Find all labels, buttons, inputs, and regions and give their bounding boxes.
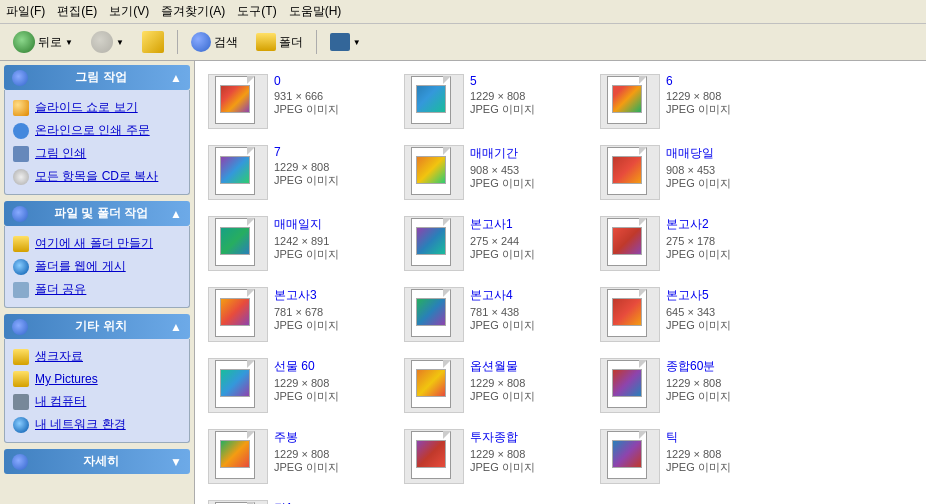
menu-favorites[interactable]: 즐겨찾기(A) [161, 3, 225, 20]
sidebar-item-print[interactable]: 그림 인쇄 [9, 142, 185, 165]
print-online-icon [13, 123, 29, 139]
sidebar-item-my-computer[interactable]: 내 컴퓨터 [9, 390, 185, 413]
view-dropdown-arrow: ▼ [353, 38, 361, 47]
details-label: 자세히 [83, 453, 119, 470]
sidebar-item-my-network[interactable]: 내 네트워크 환경 [9, 413, 185, 436]
file-item[interactable]: 본고사4781 × 438JPEG 이미지 [399, 282, 589, 347]
forward-icon [91, 31, 113, 53]
search-button[interactable]: 검색 [184, 29, 245, 55]
file-name: 본고사4 [470, 287, 584, 304]
sidebar-item-print-online[interactable]: 온라인으로 인쇄 주문 [9, 119, 185, 142]
toolbar: 뒤로 ▼ ▼ 검색 폴더 ▼ [0, 24, 926, 61]
forward-button[interactable]: ▼ [84, 28, 131, 56]
file-name: 종합60분 [666, 358, 780, 375]
file-folder-tasks-header[interactable]: 파일 및 폴더 작업 ▲ [4, 201, 190, 226]
file-thumbnail [600, 216, 660, 271]
file-meta: 275 × 244JPEG 이미지 [470, 235, 584, 262]
file-info: 매매기간908 × 453JPEG 이미지 [470, 145, 584, 191]
share-folder-icon [13, 282, 29, 298]
sidebar-item-slideshow[interactable]: 슬라이드 쇼로 보기 [9, 96, 185, 119]
sidebar-item-publish-web[interactable]: 폴더를 웹에 게시 [9, 255, 185, 278]
my-pictures-label: My Pictures [35, 372, 98, 386]
folder-button[interactable]: 폴더 [249, 30, 310, 54]
sidebar-item-copy-cd[interactable]: 모든 항목을 CD로 복사 [9, 165, 185, 188]
menu-edit[interactable]: 편집(E) [57, 3, 97, 20]
file-thumbnail [208, 216, 268, 271]
file-thumbnail [404, 287, 464, 342]
file-item[interactable]: 본고사3781 × 678JPEG 이미지 [203, 282, 393, 347]
sidebar-item-new-folder[interactable]: 여기에 새 폴더 만들기 [9, 232, 185, 255]
view-button[interactable]: ▼ [323, 30, 368, 54]
sidebar-item-share-folder[interactable]: 폴더 공유 [9, 278, 185, 301]
file-item[interactable]: 종합60분1229 × 808JPEG 이미지 [595, 353, 785, 418]
other-places-section: 기타 위치 ▲ 생크자료 My Pictures 내 컴퓨터 [4, 314, 190, 443]
menu-help[interactable]: 도움말(H) [289, 3, 342, 20]
file-thumbnail [404, 216, 464, 271]
file-meta: 1229 × 808JPEG 이미지 [274, 161, 388, 188]
file-info: 본고사3781 × 678JPEG 이미지 [274, 287, 388, 333]
file-item[interactable]: 51229 × 808JPEG 이미지 [399, 69, 589, 134]
file-item[interactable]: 매매일지1242 × 891JPEG 이미지 [203, 211, 393, 276]
view-icon [330, 33, 350, 51]
file-meta: 1229 × 808JPEG 이미지 [470, 377, 584, 404]
new-folder-icon [13, 236, 29, 252]
folder-label: 폴더 [279, 34, 303, 51]
menu-tools[interactable]: 도구(T) [237, 3, 276, 20]
search-label: 검색 [214, 34, 238, 51]
file-meta: 1229 × 808JPEG 이미지 [470, 90, 584, 117]
file-thumbnail [404, 429, 464, 484]
file-item[interactable]: 옵션월물1229 × 808JPEG 이미지 [399, 353, 589, 418]
file-name: 틱1 [274, 500, 388, 504]
file-item[interactable]: 본고사2275 × 178JPEG 이미지 [595, 211, 785, 276]
file-item[interactable]: 틱11229 × 808JPEG 이미지 [203, 495, 393, 504]
file-name: 본고사3 [274, 287, 388, 304]
sidebar-item-my-pictures[interactable]: My Pictures [9, 368, 185, 390]
menu-file[interactable]: 파일(F) [6, 3, 45, 20]
file-item[interactable]: 본고사1275 × 244JPEG 이미지 [399, 211, 589, 276]
file-info: 틱1229 × 808JPEG 이미지 [666, 429, 780, 475]
file-info: 선물 601229 × 808JPEG 이미지 [274, 358, 388, 404]
picture-tasks-header[interactable]: 그림 작업 ▲ [4, 65, 190, 90]
file-item[interactable]: 선물 601229 × 808JPEG 이미지 [203, 353, 393, 418]
slideshow-label: 슬라이드 쇼로 보기 [35, 99, 138, 116]
file-info: 매매당일908 × 453JPEG 이미지 [666, 145, 780, 191]
search-icon [191, 32, 211, 52]
other-places-label: 기타 위치 [75, 318, 126, 335]
file-folder-tasks-section: 파일 및 폴더 작업 ▲ 여기에 새 폴더 만들기 폴더를 웹에 게시 폴더 공… [4, 201, 190, 308]
file-item[interactable]: 71229 × 808JPEG 이미지 [203, 140, 393, 205]
file-name: 주봉 [274, 429, 388, 446]
menu-view[interactable]: 보기(V) [109, 3, 149, 20]
file-item[interactable]: 본고사5645 × 343JPEG 이미지 [595, 282, 785, 347]
other-places-header[interactable]: 기타 위치 ▲ [4, 314, 190, 339]
file-thumbnail [208, 145, 268, 200]
file-item[interactable]: 0931 × 666JPEG 이미지 [203, 69, 393, 134]
file-item[interactable]: 61229 × 808JPEG 이미지 [595, 69, 785, 134]
toolbar-separator-1 [177, 30, 178, 54]
file-thumbnail [208, 74, 268, 129]
picture-tasks-icon [12, 70, 28, 86]
file-meta: 908 × 453JPEG 이미지 [666, 164, 780, 191]
file-info: 본고사4781 × 438JPEG 이미지 [470, 287, 584, 333]
sidebar-item-link1[interactable]: 생크자료 [9, 345, 185, 368]
file-info: 51229 × 808JPEG 이미지 [470, 74, 584, 117]
file-thumbnail [600, 145, 660, 200]
file-item[interactable]: 틱1229 × 808JPEG 이미지 [595, 424, 785, 489]
file-name: 옵션월물 [470, 358, 584, 375]
up-button[interactable] [135, 28, 171, 56]
file-item[interactable]: 매매기간908 × 453JPEG 이미지 [399, 140, 589, 205]
file-info: 옵션월물1229 × 808JPEG 이미지 [470, 358, 584, 404]
print-icon [13, 146, 29, 162]
file-item[interactable]: 투자종합1229 × 808JPEG 이미지 [399, 424, 589, 489]
details-header[interactable]: 자세히 ▼ [4, 449, 190, 474]
file-name: 선물 60 [274, 358, 388, 375]
back-button[interactable]: 뒤로 ▼ [6, 28, 80, 56]
file-name: 매매당일 [666, 145, 780, 162]
print-label: 그림 인쇄 [35, 145, 86, 162]
file-meta: 1229 × 808JPEG 이미지 [666, 448, 780, 475]
file-meta: 1242 × 891JPEG 이미지 [274, 235, 388, 262]
file-item[interactable]: 주봉1229 × 808JPEG 이미지 [203, 424, 393, 489]
link1-icon [13, 349, 29, 365]
file-item[interactable]: 매매당일908 × 453JPEG 이미지 [595, 140, 785, 205]
file-name: 매매기간 [470, 145, 584, 162]
file-info: 투자종합1229 × 808JPEG 이미지 [470, 429, 584, 475]
